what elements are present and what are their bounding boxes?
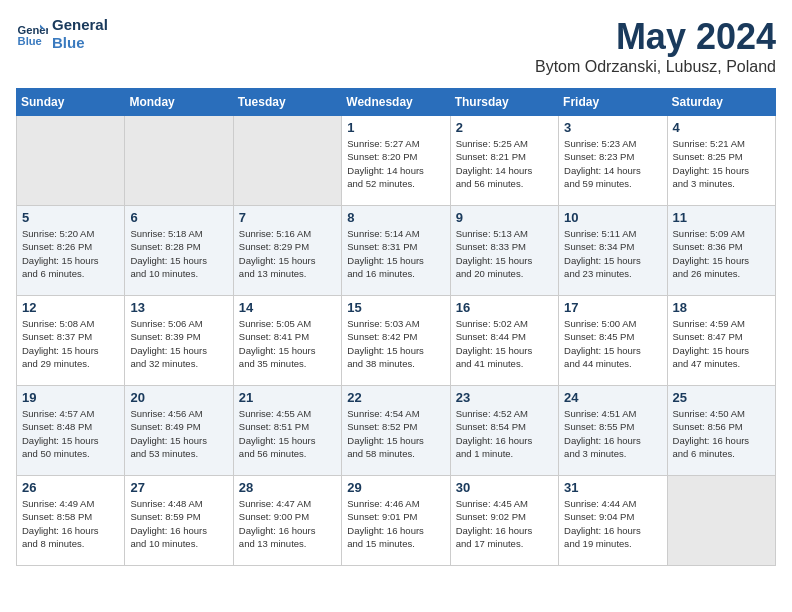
weekday-header-monday: Monday bbox=[125, 89, 233, 116]
day-info: Sunrise: 4:47 AMSunset: 9:00 PMDaylight:… bbox=[239, 497, 336, 550]
day-number: 10 bbox=[564, 210, 661, 225]
calendar-cell: 5Sunrise: 5:20 AMSunset: 8:26 PMDaylight… bbox=[17, 206, 125, 296]
day-info: Sunrise: 4:48 AMSunset: 8:59 PMDaylight:… bbox=[130, 497, 227, 550]
day-number: 6 bbox=[130, 210, 227, 225]
day-info: Sunrise: 5:11 AMSunset: 8:34 PMDaylight:… bbox=[564, 227, 661, 280]
calendar-cell: 7Sunrise: 5:16 AMSunset: 8:29 PMDaylight… bbox=[233, 206, 341, 296]
logo: General Blue General Blue bbox=[16, 16, 108, 52]
calendar-cell: 11Sunrise: 5:09 AMSunset: 8:36 PMDayligh… bbox=[667, 206, 775, 296]
day-info: Sunrise: 4:55 AMSunset: 8:51 PMDaylight:… bbox=[239, 407, 336, 460]
calendar-cell bbox=[125, 116, 233, 206]
day-info: Sunrise: 5:00 AMSunset: 8:45 PMDaylight:… bbox=[564, 317, 661, 370]
page-header: General Blue General Blue May 2024 Bytom… bbox=[16, 16, 776, 76]
calendar-cell: 6Sunrise: 5:18 AMSunset: 8:28 PMDaylight… bbox=[125, 206, 233, 296]
day-info: Sunrise: 5:02 AMSunset: 8:44 PMDaylight:… bbox=[456, 317, 553, 370]
calendar-cell: 14Sunrise: 5:05 AMSunset: 8:41 PMDayligh… bbox=[233, 296, 341, 386]
calendar-cell: 27Sunrise: 4:48 AMSunset: 8:59 PMDayligh… bbox=[125, 476, 233, 566]
day-info: Sunrise: 4:56 AMSunset: 8:49 PMDaylight:… bbox=[130, 407, 227, 460]
svg-text:Blue: Blue bbox=[18, 35, 42, 47]
day-number: 8 bbox=[347, 210, 444, 225]
weekday-header-sunday: Sunday bbox=[17, 89, 125, 116]
calendar-cell: 25Sunrise: 4:50 AMSunset: 8:56 PMDayligh… bbox=[667, 386, 775, 476]
day-info: Sunrise: 5:21 AMSunset: 8:25 PMDaylight:… bbox=[673, 137, 770, 190]
calendar-cell: 17Sunrise: 5:00 AMSunset: 8:45 PMDayligh… bbox=[559, 296, 667, 386]
day-number: 15 bbox=[347, 300, 444, 315]
calendar-week-row: 1Sunrise: 5:27 AMSunset: 8:20 PMDaylight… bbox=[17, 116, 776, 206]
svg-text:General: General bbox=[18, 24, 48, 36]
calendar-cell: 16Sunrise: 5:02 AMSunset: 8:44 PMDayligh… bbox=[450, 296, 558, 386]
calendar-week-row: 12Sunrise: 5:08 AMSunset: 8:37 PMDayligh… bbox=[17, 296, 776, 386]
day-number: 18 bbox=[673, 300, 770, 315]
day-number: 3 bbox=[564, 120, 661, 135]
day-info: Sunrise: 4:51 AMSunset: 8:55 PMDaylight:… bbox=[564, 407, 661, 460]
day-number: 5 bbox=[22, 210, 119, 225]
calendar-cell: 20Sunrise: 4:56 AMSunset: 8:49 PMDayligh… bbox=[125, 386, 233, 476]
weekday-header-tuesday: Tuesday bbox=[233, 89, 341, 116]
day-number: 20 bbox=[130, 390, 227, 405]
day-info: Sunrise: 5:05 AMSunset: 8:41 PMDaylight:… bbox=[239, 317, 336, 370]
day-info: Sunrise: 5:20 AMSunset: 8:26 PMDaylight:… bbox=[22, 227, 119, 280]
day-number: 14 bbox=[239, 300, 336, 315]
day-number: 4 bbox=[673, 120, 770, 135]
calendar-cell: 2Sunrise: 5:25 AMSunset: 8:21 PMDaylight… bbox=[450, 116, 558, 206]
logo-icon: General Blue bbox=[16, 18, 48, 50]
calendar-cell: 12Sunrise: 5:08 AMSunset: 8:37 PMDayligh… bbox=[17, 296, 125, 386]
calendar-cell bbox=[667, 476, 775, 566]
calendar-table: SundayMondayTuesdayWednesdayThursdayFrid… bbox=[16, 88, 776, 566]
weekday-header-friday: Friday bbox=[559, 89, 667, 116]
day-number: 29 bbox=[347, 480, 444, 495]
day-info: Sunrise: 5:25 AMSunset: 8:21 PMDaylight:… bbox=[456, 137, 553, 190]
day-info: Sunrise: 4:59 AMSunset: 8:47 PMDaylight:… bbox=[673, 317, 770, 370]
day-info: Sunrise: 5:03 AMSunset: 8:42 PMDaylight:… bbox=[347, 317, 444, 370]
day-number: 7 bbox=[239, 210, 336, 225]
calendar-week-row: 26Sunrise: 4:49 AMSunset: 8:58 PMDayligh… bbox=[17, 476, 776, 566]
day-number: 21 bbox=[239, 390, 336, 405]
calendar-cell: 21Sunrise: 4:55 AMSunset: 8:51 PMDayligh… bbox=[233, 386, 341, 476]
calendar-cell: 18Sunrise: 4:59 AMSunset: 8:47 PMDayligh… bbox=[667, 296, 775, 386]
weekday-header-thursday: Thursday bbox=[450, 89, 558, 116]
day-number: 17 bbox=[564, 300, 661, 315]
calendar-cell: 1Sunrise: 5:27 AMSunset: 8:20 PMDaylight… bbox=[342, 116, 450, 206]
month-title: May 2024 bbox=[535, 16, 776, 58]
day-number: 9 bbox=[456, 210, 553, 225]
calendar-week-row: 5Sunrise: 5:20 AMSunset: 8:26 PMDaylight… bbox=[17, 206, 776, 296]
day-info: Sunrise: 5:14 AMSunset: 8:31 PMDaylight:… bbox=[347, 227, 444, 280]
logo-general: General bbox=[52, 16, 108, 34]
day-number: 1 bbox=[347, 120, 444, 135]
calendar-cell: 24Sunrise: 4:51 AMSunset: 8:55 PMDayligh… bbox=[559, 386, 667, 476]
weekday-header-wednesday: Wednesday bbox=[342, 89, 450, 116]
day-info: Sunrise: 4:50 AMSunset: 8:56 PMDaylight:… bbox=[673, 407, 770, 460]
day-info: Sunrise: 5:18 AMSunset: 8:28 PMDaylight:… bbox=[130, 227, 227, 280]
day-info: Sunrise: 5:27 AMSunset: 8:20 PMDaylight:… bbox=[347, 137, 444, 190]
day-number: 31 bbox=[564, 480, 661, 495]
calendar-cell: 30Sunrise: 4:45 AMSunset: 9:02 PMDayligh… bbox=[450, 476, 558, 566]
calendar-cell: 10Sunrise: 5:11 AMSunset: 8:34 PMDayligh… bbox=[559, 206, 667, 296]
day-number: 23 bbox=[456, 390, 553, 405]
day-number: 22 bbox=[347, 390, 444, 405]
day-info: Sunrise: 4:45 AMSunset: 9:02 PMDaylight:… bbox=[456, 497, 553, 550]
day-number: 11 bbox=[673, 210, 770, 225]
day-info: Sunrise: 4:44 AMSunset: 9:04 PMDaylight:… bbox=[564, 497, 661, 550]
calendar-cell: 4Sunrise: 5:21 AMSunset: 8:25 PMDaylight… bbox=[667, 116, 775, 206]
calendar-cell: 31Sunrise: 4:44 AMSunset: 9:04 PMDayligh… bbox=[559, 476, 667, 566]
day-info: Sunrise: 5:16 AMSunset: 8:29 PMDaylight:… bbox=[239, 227, 336, 280]
day-info: Sunrise: 4:54 AMSunset: 8:52 PMDaylight:… bbox=[347, 407, 444, 460]
calendar-cell: 9Sunrise: 5:13 AMSunset: 8:33 PMDaylight… bbox=[450, 206, 558, 296]
weekday-header-saturday: Saturday bbox=[667, 89, 775, 116]
calendar-header: SundayMondayTuesdayWednesdayThursdayFrid… bbox=[17, 89, 776, 116]
calendar-cell: 15Sunrise: 5:03 AMSunset: 8:42 PMDayligh… bbox=[342, 296, 450, 386]
day-info: Sunrise: 5:06 AMSunset: 8:39 PMDaylight:… bbox=[130, 317, 227, 370]
calendar-cell: 3Sunrise: 5:23 AMSunset: 8:23 PMDaylight… bbox=[559, 116, 667, 206]
day-number: 28 bbox=[239, 480, 336, 495]
calendar-week-row: 19Sunrise: 4:57 AMSunset: 8:48 PMDayligh… bbox=[17, 386, 776, 476]
calendar-cell bbox=[233, 116, 341, 206]
day-info: Sunrise: 4:52 AMSunset: 8:54 PMDaylight:… bbox=[456, 407, 553, 460]
day-number: 27 bbox=[130, 480, 227, 495]
logo-blue: Blue bbox=[52, 34, 108, 52]
day-number: 24 bbox=[564, 390, 661, 405]
calendar-body: 1Sunrise: 5:27 AMSunset: 8:20 PMDaylight… bbox=[17, 116, 776, 566]
calendar-cell: 28Sunrise: 4:47 AMSunset: 9:00 PMDayligh… bbox=[233, 476, 341, 566]
calendar-cell: 29Sunrise: 4:46 AMSunset: 9:01 PMDayligh… bbox=[342, 476, 450, 566]
day-number: 26 bbox=[22, 480, 119, 495]
day-number: 2 bbox=[456, 120, 553, 135]
